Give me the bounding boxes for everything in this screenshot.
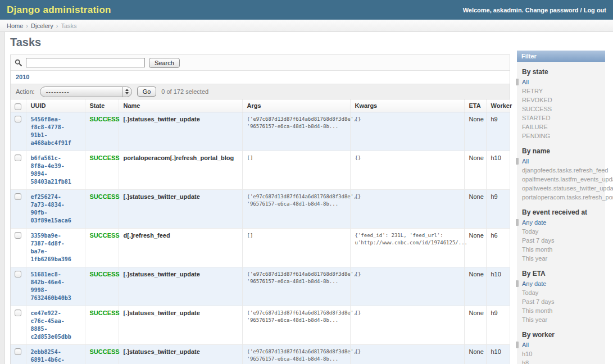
breadcrumb-home[interactable]: Home bbox=[7, 22, 23, 29]
uuid-link[interactable]: 2ebb8254- 6891-4b6c- a0e7- 4ab924846273 bbox=[31, 348, 80, 364]
filter-item: h10 bbox=[522, 349, 605, 358]
filter-link[interactable]: Today bbox=[522, 289, 538, 296]
uuid-link[interactable]: b6fa561c- 8f8a-4e39- 9894- 58403a21fb81 bbox=[31, 154, 80, 186]
column-header-args[interactable]: Args bbox=[242, 99, 350, 112]
filter-link[interactable]: STARTED bbox=[522, 115, 550, 121]
filter-item: This year bbox=[522, 254, 605, 263]
filter-link[interactable]: This year bbox=[522, 255, 547, 262]
change-password-link[interactable]: Change password bbox=[525, 7, 579, 13]
uuid-link[interactable]: ce47e922- c76c-45aa- 8885- c2d853e05dbb bbox=[31, 310, 80, 341]
filter-heading-by-state: By state bbox=[522, 68, 605, 76]
go-button[interactable]: Go bbox=[137, 87, 157, 97]
table-row: 3359ba9e- 7387-4d8f- ba7e- 1fb6269ba396 … bbox=[11, 229, 510, 267]
breadcrumb-app[interactable]: Djcelery bbox=[31, 22, 53, 29]
state-cell: SUCCESS bbox=[85, 345, 119, 364]
filter-link[interactable]: RETRY bbox=[522, 88, 543, 94]
filter-body: By state All RETRY REVOKED SUCCESS START… bbox=[517, 62, 605, 364]
filter-link[interactable]: FAILURE bbox=[522, 124, 548, 130]
row-checkbox[interactable] bbox=[15, 310, 21, 316]
breadcrumb-separator: › bbox=[26, 22, 28, 29]
kwargs-cell: {} bbox=[350, 112, 464, 151]
filter-link[interactable]: This month bbox=[522, 307, 552, 314]
page-title: Tasks bbox=[10, 36, 510, 49]
filter-link[interactable]: This year bbox=[522, 316, 547, 323]
select-stepper-icon bbox=[122, 87, 131, 97]
name-cell: [.]statuses_twitter_update bbox=[119, 306, 242, 345]
column-header-state[interactable]: State bbox=[85, 99, 119, 112]
filter-item: Past 7 days bbox=[522, 297, 605, 306]
action-select[interactable]: --------- bbox=[40, 87, 132, 97]
worker-cell: h10 bbox=[486, 345, 510, 364]
kwargs-cell: {} bbox=[350, 151, 464, 190]
filter-link[interactable]: h10 bbox=[522, 351, 532, 357]
filter-heading-by-name: By name bbox=[522, 147, 605, 155]
filter-heading-by-eta: By ETA bbox=[522, 270, 605, 277]
row-checkbox[interactable] bbox=[15, 232, 21, 239]
filter-heading-by-event-received-at: By event received at bbox=[522, 208, 605, 216]
column-header-worker[interactable]: Worker bbox=[486, 99, 510, 112]
results-table: UUID State Name Args Kwargs ETA Worker 5… bbox=[11, 99, 510, 364]
filter-item: SUCCESS bbox=[522, 104, 605, 113]
args-cell: [] bbox=[242, 229, 350, 267]
filter-link[interactable]: Today bbox=[522, 228, 538, 235]
args-cell: ('e97c687d13d87f614a6d81768d8f3d8e', '96… bbox=[242, 267, 350, 306]
filter-link[interactable]: Any date bbox=[522, 280, 546, 287]
state-cell: SUCCESS bbox=[85, 306, 119, 345]
page-left-edge bbox=[0, 32, 4, 364]
args-cell: ('e97c687d13d87f614a6d81768d8f3d8e', '96… bbox=[242, 112, 350, 151]
filter-link[interactable]: djangofeeds.tasks.refresh_feed bbox=[522, 167, 609, 174]
filter-list-by-state: All RETRY REVOKED SUCCESS STARTED FAILUR… bbox=[522, 78, 605, 140]
filter-item: Today bbox=[522, 227, 605, 236]
search-input[interactable] bbox=[26, 58, 145, 67]
site-title: Django administration bbox=[7, 4, 111, 16]
row-checkbox[interactable] bbox=[15, 271, 21, 277]
filter-item: h8 bbox=[522, 358, 605, 364]
filter-item: This year bbox=[522, 315, 605, 324]
filter-link[interactable]: opaltweets.statuses_twitter_update bbox=[522, 185, 613, 192]
row-checkbox[interactable] bbox=[15, 348, 21, 355]
column-header-name[interactable]: Name bbox=[119, 99, 242, 112]
filter-item: All bbox=[522, 157, 605, 166]
filter-link[interactable]: All bbox=[522, 79, 529, 85]
date-hierarchy-year-link[interactable]: 2010 bbox=[16, 74, 29, 80]
filter-link[interactable]: Past 7 days bbox=[522, 237, 554, 244]
args-cell: [] bbox=[242, 151, 350, 190]
row-checkbox[interactable] bbox=[15, 193, 21, 200]
filter-link[interactable]: REVOKED bbox=[522, 97, 552, 103]
username: askadmin bbox=[493, 7, 522, 13]
filter-link[interactable]: Past 7 days bbox=[522, 298, 554, 305]
eta-cell: None bbox=[464, 267, 486, 306]
uuid-link[interactable]: ef256274- 7a73-4834- 90fb- 03f89e15aca6 bbox=[31, 193, 80, 225]
welcome-text: Welcome, bbox=[463, 7, 492, 13]
filter-link[interactable]: Any date bbox=[522, 219, 546, 226]
filter-link[interactable]: PENDING bbox=[522, 133, 550, 139]
select-all-checkbox[interactable] bbox=[15, 103, 21, 110]
log-out-link[interactable]: Log out bbox=[584, 7, 606, 13]
name-cell: [.]statuses_twitter_update bbox=[119, 190, 242, 229]
filter-link[interactable]: portaloperacom.tasks.refresh_portal bbox=[522, 194, 613, 201]
column-header-eta[interactable]: ETA bbox=[464, 99, 486, 112]
uuid-link[interactable]: 5456f8ea- f8c8-4778- 91b1- a468abc4f91f bbox=[31, 116, 80, 147]
row-checkbox[interactable] bbox=[15, 116, 21, 122]
filter-link[interactable]: All bbox=[522, 342, 529, 348]
filter-link[interactable]: This month bbox=[522, 246, 552, 253]
name-cell: d[.]refresh_feed bbox=[119, 229, 242, 267]
eta-cell: None bbox=[464, 151, 486, 190]
filter-item: PENDING bbox=[522, 131, 605, 140]
filter-link[interactable]: h8 bbox=[522, 360, 529, 364]
filter-link[interactable]: SUCCESS bbox=[522, 106, 552, 112]
app-header: Django administration Welcome, askadmin.… bbox=[0, 0, 613, 20]
search-button[interactable]: Search bbox=[149, 58, 180, 68]
uuid-link[interactable]: 3359ba9e- 7387-4d8f- ba7e- 1fb6269ba396 bbox=[31, 232, 80, 263]
row-checkbox[interactable] bbox=[15, 154, 21, 161]
column-header-kwargs[interactable]: Kwargs bbox=[350, 99, 464, 112]
kwargs-cell: {} bbox=[350, 190, 464, 229]
date-hierarchy: 2010 bbox=[11, 71, 510, 84]
column-header-uuid[interactable]: UUID bbox=[26, 99, 85, 112]
action-select-value: --------- bbox=[40, 87, 122, 97]
filter-link[interactable]: All bbox=[522, 158, 529, 165]
worker-cell: h9 bbox=[486, 306, 510, 345]
filter-link[interactable]: opalfmevents.lastfm_events_update bbox=[522, 176, 613, 183]
filter-item: All bbox=[522, 78, 605, 87]
uuid-link[interactable]: 51681ec8- 842b-46e4- 9998- 7632460b40b3 bbox=[31, 271, 80, 302]
